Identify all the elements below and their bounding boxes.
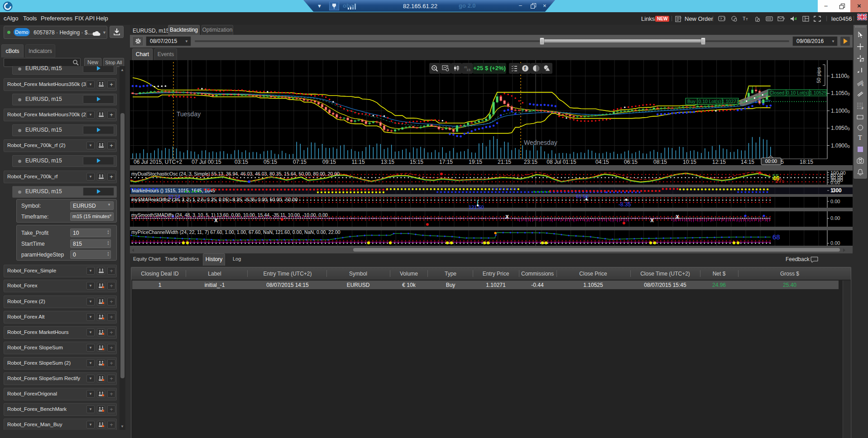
svg-text:09:15: 09:15: [322, 159, 336, 165]
svg-text:T: T: [743, 16, 746, 21]
svg-text:myDualStochasticOsc (24, 3, Si: myDualStochasticOsc (24, 3, Simple) 55.1…: [131, 171, 340, 176]
svg-text:06:15: 06:15: [624, 159, 638, 165]
svg-text:06 Jul 2015, UTC+2: 06 Jul 2015, UTC+2: [134, 159, 182, 165]
svg-text:1300: 1300: [830, 187, 842, 194]
svg-text:1.10271: 1.10271: [722, 99, 739, 104]
svg-text:19:15: 19:15: [469, 159, 482, 165]
svg-text:Closed: Closed: [770, 90, 785, 95]
svg-text:X: X: [676, 214, 679, 219]
svg-text:MarketHours () 1515, 1015, 164: MarketHours () 1515, 1015, 1645, 1645: [132, 188, 215, 193]
svg-text:21:15: 21:15: [498, 159, 511, 165]
svg-text:121.50: 121.50: [469, 205, 484, 210]
svg-text:0.00: 0.00: [830, 180, 840, 185]
svg-text:f: f: [524, 66, 526, 71]
svg-text:61.50: 61.50: [576, 194, 589, 199]
svg-text:14:15: 14:15: [741, 159, 754, 165]
svg-text:T: T: [858, 134, 862, 141]
svg-text:?: ?: [720, 17, 722, 21]
svg-text:50 pips: 50 pips: [816, 67, 821, 83]
svg-text:1.10525: 1.10525: [810, 90, 827, 95]
svg-text:X: X: [505, 214, 509, 219]
svg-text:07:15: 07:15: [293, 159, 307, 165]
svg-text:18:15: 18:15: [800, 159, 813, 165]
svg-text:0.00: 0.00: [830, 240, 840, 246]
svg-text:Wednesday: Wednesday: [524, 139, 557, 146]
svg-text:1.10500: 1.10500: [831, 90, 850, 96]
svg-text:07 Jul 00:15: 07 Jul 00:15: [192, 159, 221, 165]
svg-text:12:15: 12:15: [712, 159, 726, 165]
svg-text:1.09500: 1.09500: [831, 125, 850, 131]
svg-text:1.11000: 1.11000: [831, 73, 849, 79]
svg-text:E: E: [862, 83, 864, 86]
svg-text:37c: 37c: [775, 177, 784, 184]
svg-text:03:15: 03:15: [235, 159, 248, 165]
svg-text:11:15: 11:15: [351, 159, 364, 165]
svg-text:-8.35: -8.35: [619, 201, 631, 208]
svg-text:mySMAPeakDiffs2 (24, 3, 2, 1,: mySMAPeakDiffs2 (24, 3, 2, 1, 2.5, 0.25,…: [131, 197, 298, 202]
svg-text:05:15: 05:15: [264, 159, 277, 165]
svg-text:1.10000: 1.10000: [831, 108, 850, 114]
svg-text:23:15: 23:15: [524, 159, 537, 165]
svg-text:X: X: [214, 218, 218, 223]
svg-text:15: 15: [466, 68, 470, 72]
svg-text:68: 68: [772, 233, 780, 241]
svg-text:15:15: 15:15: [410, 159, 423, 165]
svg-text:Tuesday: Tuesday: [177, 110, 201, 118]
svg-text:F: F: [862, 107, 863, 110]
svg-text:Buy: Buy: [687, 99, 696, 104]
svg-text:1.09000: 1.09000: [831, 143, 850, 149]
svg-text:myPriceChannelWidth (24, 22, 1: myPriceChannelWidth (24, 22, 11, 7) 67.6…: [131, 229, 340, 235]
svg-text:0.10 Lot(s): 0.10 Lot(s): [786, 90, 809, 95]
svg-text:T: T: [746, 17, 748, 21]
svg-text:00:00: 00:00: [765, 158, 777, 164]
svg-text:X: X: [650, 218, 654, 223]
svg-text:mySmoothSMADiffs (24, 48, 3, 1: mySmoothSMADiffs (24, 48, 3, 10, 5, 1) 1…: [131, 212, 328, 218]
svg-text:0.00: 0.00: [830, 199, 840, 204]
svg-text:0.10 Lot(s): 0.10 Lot(s): [698, 99, 721, 104]
svg-text:17:15: 17:15: [439, 159, 453, 165]
svg-text:13:15: 13:15: [381, 159, 394, 165]
svg-text:08:15: 08:15: [653, 159, 667, 165]
svg-text:08 Jul 01:15: 08 Jul 01:15: [547, 159, 576, 165]
svg-text:0.00: 0.00: [830, 215, 840, 221]
svg-text:04:15: 04:15: [595, 159, 609, 165]
svg-text:10:15: 10:15: [683, 159, 696, 165]
